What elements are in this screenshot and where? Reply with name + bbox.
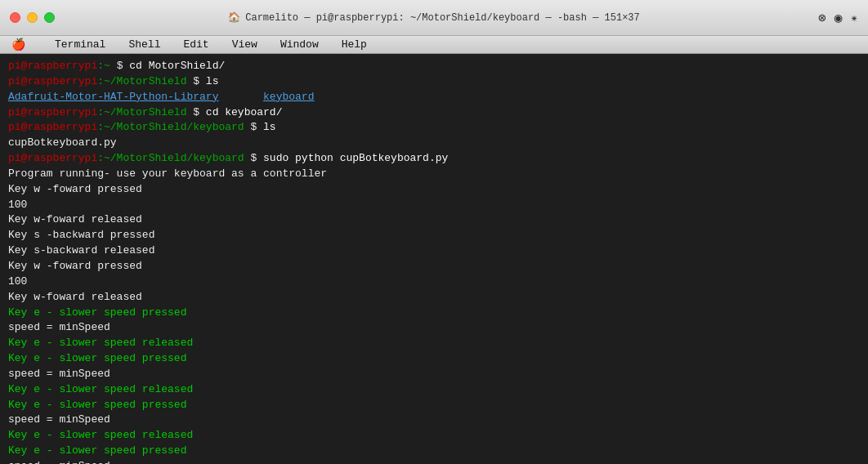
prompt-cmd: cd keyboard/ bbox=[206, 106, 283, 118]
output-text: Key w-foward released bbox=[8, 213, 142, 225]
prompt-sym: $ bbox=[110, 60, 129, 72]
terminal-line: Key e - slower speed released bbox=[8, 428, 860, 444]
output-text: Key w -foward pressed bbox=[8, 260, 142, 272]
terminal-line: Key s -backward pressed bbox=[8, 228, 860, 243]
terminal-line: 100 bbox=[8, 274, 860, 290]
terminal-line: Key e - slower speed pressed bbox=[8, 306, 860, 321]
audio-icon: ◉ bbox=[834, 10, 843, 26]
prompt-path: :~ bbox=[97, 60, 110, 72]
prompt-cmd: cd MotorShield/ bbox=[129, 60, 225, 72]
prompt-host: pi@raspberrypi bbox=[8, 75, 97, 87]
title-icon: 🏠 bbox=[228, 11, 240, 24]
prompt-host: pi@raspberrypi bbox=[8, 106, 97, 118]
output-text: speed = minSpeed bbox=[8, 413, 110, 426]
output-text: 100 bbox=[8, 199, 27, 211]
terminal-line: speed = minSpeed bbox=[8, 320, 860, 336]
menu-bar: 🍎 TerminalShellEditViewWindowHelp bbox=[0, 36, 868, 54]
terminal-line: Key w -foward pressed bbox=[8, 182, 860, 198]
terminal-line: pi@raspberrypi:~/MotorShield $ ls bbox=[8, 74, 860, 90]
output-text: Key w-foward released bbox=[8, 291, 142, 303]
minimize-button[interactable] bbox=[27, 12, 38, 23]
prompt-sym: $ bbox=[244, 152, 263, 164]
menu-item-edit[interactable]: Edit bbox=[178, 38, 213, 51]
terminal-line: speed = minSpeed bbox=[8, 413, 860, 428]
prompt-path: :~/MotorShield/keyboard bbox=[97, 152, 244, 164]
prompt-sym: $ bbox=[186, 75, 205, 87]
prompt-cmd: ls bbox=[263, 121, 276, 133]
menu-item-window[interactable]: Window bbox=[275, 38, 324, 51]
output-text: speed = minSpeed bbox=[8, 460, 110, 464]
window-title: 🏠 Carmelito — pi@raspberrypi: ~/MotorShi… bbox=[228, 11, 639, 24]
prompt-host: pi@raspberrypi bbox=[8, 121, 97, 133]
prompt-path: :~/MotorShield bbox=[97, 75, 186, 87]
terminal-line: cupBotkeyboard.py bbox=[8, 136, 860, 151]
link-text[interactable]: keyboard bbox=[263, 91, 314, 103]
terminal-line: Adafruit-Motor-HAT-Python-Library keyboa… bbox=[8, 90, 860, 105]
terminal-line: 100 bbox=[8, 198, 860, 213]
title-label: Carmelito — pi@raspberrypi: ~/MotorShiel… bbox=[245, 12, 639, 24]
output-text: speed = minSpeed bbox=[8, 368, 110, 380]
output-text: Key e - slower speed released bbox=[8, 429, 193, 441]
terminal-line: pi@raspberrypi:~ $ cd MotorShield/ bbox=[8, 59, 860, 74]
output-text: Key e - slower speed pressed bbox=[8, 399, 186, 411]
terminal-line: Key e - slower speed released bbox=[8, 336, 860, 351]
terminal-line: Key w -foward pressed bbox=[8, 259, 860, 274]
output-text: Key w -foward pressed bbox=[8, 183, 142, 195]
output-text: 100 bbox=[8, 275, 27, 288]
menu-item-shell[interactable]: Shell bbox=[123, 38, 165, 51]
menu-item-help[interactable]: Help bbox=[337, 38, 372, 51]
terminal-line: Key e - slower speed pressed bbox=[8, 444, 860, 459]
apple-menu[interactable]: 🍎 bbox=[7, 38, 30, 51]
terminal-line: speed = minSpeed bbox=[8, 459, 860, 464]
traffic-lights bbox=[0, 12, 55, 23]
output-text: Key e - slower speed pressed bbox=[8, 306, 186, 319]
prompt-cmd: sudo python cupBotkeyboard.py bbox=[263, 152, 448, 164]
bluetooth-icon: ✴ bbox=[850, 10, 858, 26]
title-bar: 🏠 Carmelito — pi@raspberrypi: ~/MotorShi… bbox=[0, 0, 868, 36]
link-text[interactable]: Adafruit-Motor-HAT-Python-Library bbox=[8, 91, 218, 103]
prompt-cmd: ls bbox=[206, 75, 219, 87]
prompt-path: :~/MotorShield/keyboard bbox=[97, 121, 244, 133]
prompt-host: pi@raspberrypi bbox=[8, 60, 97, 72]
terminal-line: pi@raspberrypi:~/MotorShield/keyboard $ … bbox=[8, 151, 860, 167]
prompt-sym: $ bbox=[244, 121, 263, 133]
terminal-line: speed = minSpeed bbox=[8, 367, 860, 382]
prompt-sym: $ bbox=[186, 106, 205, 118]
terminal-line: pi@raspberrypi:~/MotorShield $ cd keyboa… bbox=[8, 105, 860, 121]
output-text: Key e - slower speed released bbox=[8, 337, 193, 349]
system-icons: ⊗ ◉ ✴ bbox=[818, 10, 858, 26]
output-text: speed = minSpeed bbox=[8, 321, 110, 333]
maximize-button[interactable] bbox=[44, 12, 55, 23]
output-text: Key s -backward pressed bbox=[8, 229, 154, 241]
output-text: Key e - slower speed pressed bbox=[8, 352, 186, 364]
terminal-line: Key e - slower speed pressed bbox=[8, 398, 860, 413]
terminal-line: Key w-foward released bbox=[8, 212, 860, 228]
menu-item-terminal[interactable]: Terminal bbox=[50, 38, 110, 51]
terminal-body[interactable]: pi@raspberrypi:~ $ cd MotorShield/pi@ras… bbox=[0, 54, 868, 464]
terminal-line: Key e - slower speed pressed bbox=[8, 351, 860, 367]
wifi-icon: ⊗ bbox=[818, 10, 826, 26]
output-text: Program running- use your keyboard as a … bbox=[8, 167, 327, 180]
output-text: Key e - slower speed released bbox=[8, 383, 193, 395]
output-text: cupBotkeyboard.py bbox=[8, 136, 117, 149]
close-button[interactable] bbox=[10, 12, 20, 23]
terminal-line: Key e - slower speed released bbox=[8, 382, 860, 398]
terminal-line: Program running- use your keyboard as a … bbox=[8, 167, 860, 182]
prompt-path: :~/MotorShield bbox=[97, 106, 186, 118]
terminal-line: Key s-backward released bbox=[8, 243, 860, 259]
output-text: Key e - slower speed pressed bbox=[8, 444, 186, 457]
terminal-line: pi@raspberrypi:~/MotorShield/keyboard $ … bbox=[8, 120, 860, 136]
menu-item-view[interactable]: View bbox=[227, 38, 262, 51]
output-text: Key s-backward released bbox=[8, 244, 154, 257]
prompt-host: pi@raspberrypi bbox=[8, 152, 97, 164]
terminal-line: Key w-foward released bbox=[8, 290, 860, 306]
